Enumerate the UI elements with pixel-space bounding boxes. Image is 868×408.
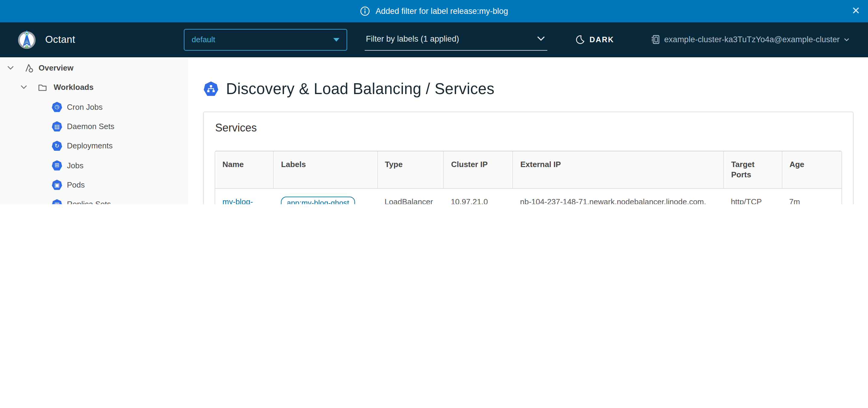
sidebar-item-label: Cron Jobs	[67, 102, 103, 111]
octant-logo-icon	[16, 29, 37, 50]
theme-toggle-label: DARK	[590, 35, 614, 44]
app-title: Octant	[45, 34, 75, 45]
daemonset-icon: ▤	[52, 121, 62, 132]
column-header-labels: Labels	[273, 151, 377, 188]
applications-icon	[24, 63, 34, 73]
column-header-target-ports: Target Ports	[724, 151, 782, 188]
sidebar-item-replica-sets[interactable]: ▥ Replica Sets	[44, 195, 188, 204]
caret-down-icon	[333, 38, 339, 41]
label-filter-dropdown[interactable]: Filter by labels (1 applied)	[365, 28, 547, 51]
chevron-down-icon	[537, 36, 545, 41]
deployment-icon: ↻	[52, 141, 62, 151]
main-content: Discovery & Load Balancing / Services Se…	[188, 57, 868, 204]
column-header-name: Name	[215, 151, 273, 188]
sidebar-navigation: Overview Workloads ◷ Cron Jobs ▤ Daemon …	[0, 57, 188, 204]
page-title-row: Discovery & Load Balancing / Services	[204, 80, 868, 97]
column-header-type: Type	[377, 151, 444, 188]
theme-toggle-button[interactable]: DARK	[575, 34, 614, 45]
folder-icon	[38, 83, 47, 92]
sidebar-item-label: Replica Sets	[67, 200, 111, 204]
column-header-external-ip: External IP	[513, 151, 724, 188]
sidebar-item-label: Pods	[67, 180, 85, 190]
namespace-select[interactable]: default	[184, 29, 347, 50]
replicaset-icon: ▥	[52, 199, 62, 204]
sidebar-item-label: Deployments	[67, 141, 113, 150]
services-icon	[204, 81, 218, 96]
cluster-icon	[651, 34, 660, 45]
column-header-cluster-ip: Cluster IP	[444, 151, 513, 188]
card-title: Services	[215, 121, 842, 134]
sidebar-item-pods[interactable]: ▣ Pods	[44, 175, 188, 195]
app-header: Octant default Filter by labels (1 appli…	[0, 22, 868, 57]
cell-target-ports: http/TCP	[724, 188, 782, 204]
alert-banner: Added filter for label release:my-blog ✕	[0, 0, 868, 22]
pod-icon: ▣	[52, 180, 62, 190]
column-header-age: Age	[782, 151, 841, 188]
table-row: my-blog-ghost app:my-blog-ghost chart:gh…	[215, 188, 841, 204]
octant-app-window: Added filter for label release:my-blog ✕…	[0, 0, 868, 204]
sidebar-item-daemon-sets[interactable]: ▤ Daemon Sets	[44, 117, 188, 136]
chevron-down-icon[interactable]	[7, 66, 14, 70]
label-list: app:my-blog-ghost chart:ghost-8.0.5 heri…	[281, 196, 370, 204]
cell-age: 7m	[782, 188, 841, 204]
sidebar-item-deployments[interactable]: ↻ Deployments	[44, 136, 188, 155]
namespace-value: default	[192, 35, 215, 44]
services-table: Name Labels Type Cluster IP External IP …	[215, 150, 842, 204]
context-switcher[interactable]: example-cluster-ka3TuTzYo4a@example-clus…	[651, 34, 849, 45]
alert-message: Added filter for label release:my-blog	[375, 7, 508, 16]
chevron-down-icon[interactable]	[21, 85, 27, 90]
sidebar-item-label: Overview	[38, 63, 73, 72]
sidebar-item-label: Workloads	[54, 83, 93, 92]
cronjob-icon: ◷	[52, 101, 62, 112]
cell-type: LoadBalancer	[377, 188, 444, 204]
job-icon: ⊞	[52, 160, 62, 170]
info-icon	[360, 6, 370, 16]
service-link[interactable]: my-blog-ghost	[222, 196, 266, 204]
services-card: Services Name Labels Type Cluster IP Ext…	[203, 111, 854, 204]
chevron-down-icon	[844, 38, 849, 41]
context-name: example-cluster-ka3TuTzYo4a@example-clus…	[664, 35, 840, 44]
moon-icon	[575, 34, 585, 45]
sidebar-item-cron-jobs[interactable]: ◷ Cron Jobs	[44, 97, 188, 117]
table-header-row: Name Labels Type Cluster IP External IP …	[215, 151, 841, 188]
sidebar-group-workloads[interactable]: Workloads	[0, 78, 188, 97]
sidebar-item-jobs[interactable]: ⊞ Jobs	[44, 155, 188, 175]
page-title: Discovery & Load Balancing / Services	[226, 80, 495, 97]
sidebar-item-label: Jobs	[67, 161, 84, 170]
label-filter-text: Filter by labels (1 applied)	[366, 34, 459, 43]
sidebar-item-overview[interactable]: Overview	[0, 58, 188, 78]
cell-external-ip: nb-104-237-148-71.newark.nodebalancer.li…	[513, 188, 724, 204]
brand: Octant	[16, 29, 184, 50]
cell-cluster-ip: 10.97.21.0	[444, 188, 513, 204]
sidebar-item-label: Daemon Sets	[67, 122, 115, 131]
close-icon[interactable]: ✕	[852, 6, 861, 16]
label-pill[interactable]: app:my-blog-ghost	[281, 196, 355, 204]
